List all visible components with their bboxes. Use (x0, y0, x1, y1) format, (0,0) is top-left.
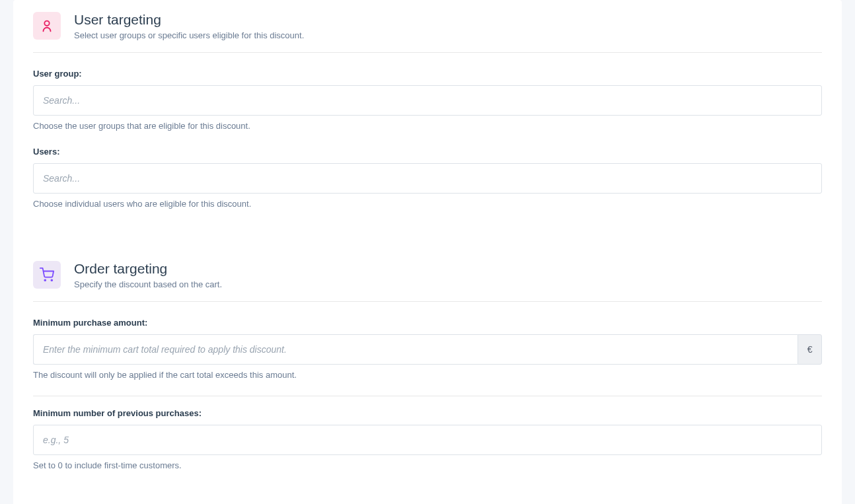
min-previous-input[interactable] (33, 425, 822, 455)
user-group-field: User group: Choose the user groups that … (33, 69, 822, 131)
section-title: User targeting (74, 12, 304, 28)
user-group-help: Choose the user groups that are eligible… (33, 121, 822, 131)
cart-icon (33, 261, 61, 289)
min-purchase-field: Minimum purchase amount: € The discount … (33, 318, 822, 380)
currency-addon: € (798, 334, 822, 365)
section-subtitle: Select user groups or specific users eli… (74, 30, 304, 40)
users-field: Users: Choose individual users who are e… (33, 147, 822, 209)
section-subtitle: Specify the discount based on the cart. (74, 279, 222, 289)
min-previous-label: Minimum number of previous purchases: (33, 408, 822, 418)
min-purchase-help: The discount will only be applied if the… (33, 370, 822, 380)
svg-point-1 (44, 279, 46, 281)
order-targeting-section: Order targeting Specify the discount bas… (33, 261, 822, 470)
min-previous-field: Minimum number of previous purchases: Se… (33, 408, 822, 470)
min-purchase-input[interactable] (33, 334, 798, 365)
divider (33, 396, 822, 396)
users-help: Choose individual users who are eligible… (33, 199, 822, 209)
section-header: User targeting Select user groups or spe… (33, 12, 822, 53)
user-group-label: User group: (33, 69, 822, 79)
users-input[interactable] (33, 163, 822, 194)
min-previous-help: Set to 0 to include first-time customers… (33, 460, 822, 470)
section-header: Order targeting Specify the discount bas… (33, 261, 822, 302)
svg-point-0 (44, 21, 49, 26)
user-icon (33, 12, 61, 40)
svg-point-2 (51, 279, 52, 281)
section-title: Order targeting (74, 261, 222, 277)
user-targeting-section: User targeting Select user groups or spe… (33, 0, 822, 209)
form-card: User targeting Select user groups or spe… (13, 0, 842, 504)
user-group-input[interactable] (33, 85, 822, 116)
users-label: Users: (33, 147, 822, 157)
min-purchase-label: Minimum purchase amount: (33, 318, 822, 328)
